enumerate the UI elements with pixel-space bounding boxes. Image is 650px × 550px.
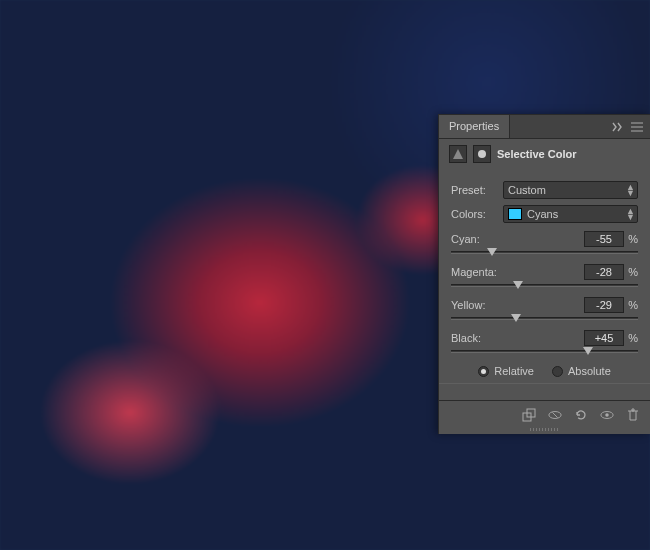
expand-icon[interactable] [610, 120, 624, 134]
view-previous-icon[interactable] [548, 408, 562, 422]
cyan-label: Cyan: [451, 233, 584, 245]
panel-footer [439, 400, 650, 428]
yellow-label: Yellow: [451, 299, 584, 311]
tab-properties[interactable]: Properties [439, 115, 510, 138]
yellow-slider-track[interactable] [451, 317, 638, 320]
preset-label: Preset: [451, 184, 497, 196]
yellow-slider-thumb[interactable] [511, 314, 521, 322]
svg-point-0 [478, 150, 486, 158]
adjustment-title: Selective Color [497, 148, 576, 160]
panel-tab-bar: Properties [439, 115, 650, 139]
colors-label: Colors: [451, 208, 497, 220]
chevron-updown-icon: ▲▼ [626, 208, 634, 220]
mode-radio-group: Relative Absolute [451, 365, 638, 377]
magenta-slider-track[interactable] [451, 284, 638, 287]
reset-icon[interactable] [574, 408, 588, 422]
cyan-value[interactable]: -55 [584, 231, 624, 247]
black-label: Black: [451, 332, 584, 344]
relative-radio[interactable]: Relative [478, 365, 534, 377]
relative-label: Relative [494, 365, 534, 377]
cyan-unit: % [624, 233, 638, 245]
adjustment-type-icon[interactable] [449, 145, 467, 163]
adjustment-header: Selective Color [439, 139, 650, 169]
magenta-label: Magenta: [451, 266, 584, 278]
preset-value: Custom [508, 184, 546, 196]
cyan-slider-track[interactable] [451, 251, 638, 254]
colors-value: Cyans [527, 208, 558, 220]
yellow-slider-group: Yellow: -29 % [451, 297, 638, 320]
yellow-unit: % [624, 299, 638, 311]
chevron-updown-icon: ▲▼ [626, 184, 634, 196]
cyan-slider-thumb[interactable] [487, 248, 497, 256]
magenta-slider-group: Magenta: -28 % [451, 264, 638, 287]
magenta-value[interactable]: -28 [584, 264, 624, 280]
clip-to-layer-icon[interactable] [522, 408, 536, 422]
magenta-slider-thumb[interactable] [513, 281, 523, 289]
black-slider-thumb[interactable] [583, 347, 593, 355]
layer-mask-icon[interactable] [473, 145, 491, 163]
preset-dropdown[interactable]: Custom ▲▼ [503, 181, 638, 199]
svg-point-5 [605, 413, 609, 417]
panel-menu-icon[interactable] [630, 120, 644, 134]
magenta-unit: % [624, 266, 638, 278]
radio-dot-icon [478, 366, 489, 377]
visibility-icon[interactable] [600, 408, 614, 422]
absolute-radio[interactable]: Absolute [552, 365, 611, 377]
yellow-value[interactable]: -29 [584, 297, 624, 313]
cyan-slider-group: Cyan: -55 % [451, 231, 638, 254]
absolute-label: Absolute [568, 365, 611, 377]
black-unit: % [624, 332, 638, 344]
resize-grip[interactable] [439, 428, 650, 434]
colors-dropdown[interactable]: Cyans ▲▼ [503, 205, 638, 223]
properties-panel: Properties Selective Color Preset: Custo… [438, 114, 650, 434]
delete-icon[interactable] [626, 408, 640, 422]
black-slider-group: Black: +45 % [451, 330, 638, 353]
radio-dot-icon [552, 366, 563, 377]
black-value[interactable]: +45 [584, 330, 624, 346]
divider [439, 383, 650, 384]
black-slider-track[interactable] [451, 350, 638, 353]
color-swatch [508, 208, 522, 220]
